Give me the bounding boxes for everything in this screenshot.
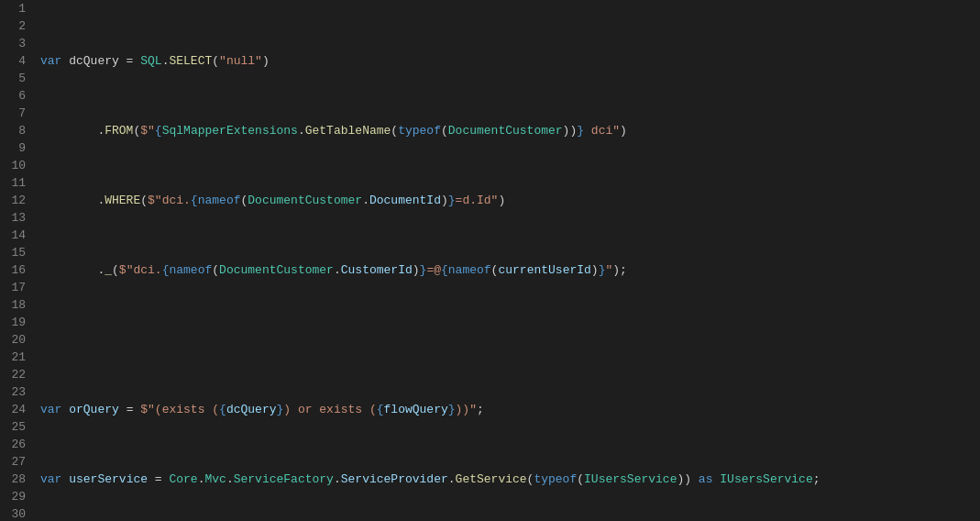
code-line-7: var userService = Core.Mvc.ServiceFactor… [40,471,980,488]
code-line-1: var dcQuery = SQL.SELECT("null") [40,52,980,70]
code-editor: 1 2 3 4 5 6 7 8 9 10 11 12 13 14 15 16 1… [0,0,980,521]
code-area[interactable]: var dcQuery = SQL.SELECT("null") .FROM($… [33,0,980,521]
line-numbers: 1 2 3 4 5 6 7 8 9 10 11 12 13 14 15 16 1… [0,0,33,521]
code-line-2: .FROM($"{SqlMapperExtensions.GetTableNam… [40,122,980,139]
code-line-6: var orQuery = $"(exists ({dcQuery}) or e… [40,401,980,418]
code-line-3: .WHERE($"dci.{nameof(DocumentCustomer.Do… [40,192,980,209]
code-line-5 [40,331,980,349]
code-line-4: ._($"dci.{nameof(DocumentCustomer.Custom… [40,261,980,279]
